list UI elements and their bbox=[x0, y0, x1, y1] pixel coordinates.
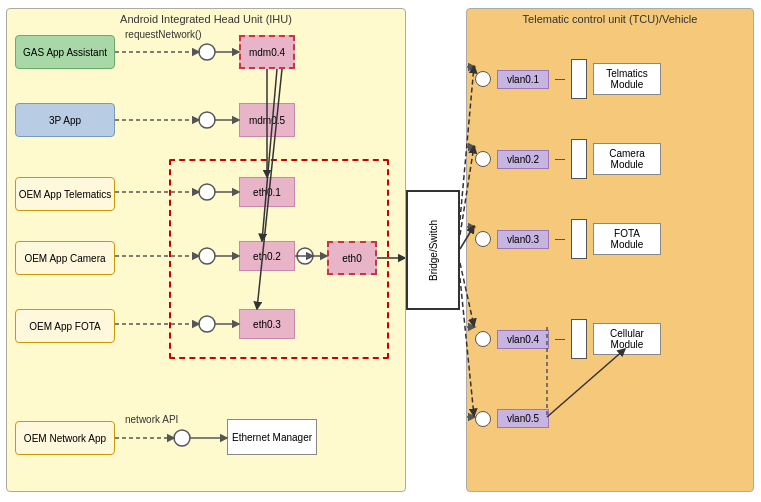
oem-telematics-box: OEM App Telematics bbox=[15, 177, 115, 211]
svg-point-0 bbox=[199, 44, 215, 60]
eth01-label: eth0.1 bbox=[253, 187, 281, 198]
svg-line-32 bbox=[547, 349, 625, 417]
vlan02-box: vlan0.2 bbox=[497, 150, 549, 169]
vlan02-row: vlan0.2 Camera Module bbox=[475, 139, 661, 179]
mdm05-box: mdm0.5 bbox=[239, 103, 295, 137]
camera-module-box: Camera Module bbox=[593, 143, 661, 175]
eth03-label: eth0.3 bbox=[253, 319, 281, 330]
eth02-label: eth0.2 bbox=[253, 251, 281, 262]
mdm04-box: mdm0.4 bbox=[239, 35, 295, 69]
vlan01-row: vlan0.1 Telmatics Module bbox=[475, 59, 661, 99]
vlan03-row: vlan0.3 FOTA Module bbox=[475, 219, 661, 259]
eth-manager-box: Ethernet Manager bbox=[227, 419, 317, 455]
svg-point-6 bbox=[174, 430, 190, 446]
bridge-switch-box: Bridge/Switch bbox=[406, 190, 460, 310]
fota-module-box: FOTA Module bbox=[593, 223, 661, 255]
svg-line-23 bbox=[262, 69, 277, 241]
oem-camera-label: OEM App Camera bbox=[24, 253, 105, 264]
oem-network-label: OEM Network App bbox=[24, 433, 106, 444]
oem-fota-box: OEM App FOTA bbox=[15, 309, 115, 343]
vlan03-box: vlan0.3 bbox=[497, 230, 549, 249]
vlan05-box: vlan0.5 bbox=[497, 409, 549, 428]
3p-app-box: 3P App bbox=[15, 103, 115, 137]
ihu-title: Android Integrated Head Unit (IHU) bbox=[120, 13, 292, 25]
diagram: Android Integrated Head Unit (IHU) GAS A… bbox=[0, 0, 761, 502]
telmatics-module-box: Telmatics Module bbox=[593, 63, 661, 95]
svg-point-3 bbox=[199, 248, 215, 264]
tcu-panel: Telematic control unit (TCU)/Vehicle vla… bbox=[466, 8, 754, 492]
eth0-box: eth0 bbox=[327, 241, 377, 275]
eth0-label: eth0 bbox=[342, 253, 361, 264]
mdm04-label: mdm0.4 bbox=[249, 47, 285, 58]
bridge-label: Bridge/Switch bbox=[428, 219, 439, 280]
eth02-box: eth0.2 bbox=[239, 241, 295, 271]
gas-app-box: GAS App Assistant bbox=[15, 35, 115, 69]
eth03-box: eth0.3 bbox=[239, 309, 295, 339]
vlan01-box: vlan0.1 bbox=[497, 70, 549, 89]
tcu-title: Telematic control unit (TCU)/Vehicle bbox=[523, 13, 698, 25]
network-api-label: network API bbox=[125, 414, 178, 425]
oem-telematics-label: OEM App Telematics bbox=[19, 189, 112, 200]
svg-point-1 bbox=[199, 112, 215, 128]
vlan05-row: vlan0.5 bbox=[475, 409, 549, 428]
vlan04-box: vlan0.4 bbox=[497, 330, 549, 349]
oem-fota-label: OEM App FOTA bbox=[29, 321, 101, 332]
mdm05-label: mdm0.5 bbox=[249, 115, 285, 126]
eth01-box: eth0.1 bbox=[239, 177, 295, 207]
oem-network-box: OEM Network App bbox=[15, 421, 115, 455]
ihu-panel: Android Integrated Head Unit (IHU) GAS A… bbox=[6, 8, 406, 492]
svg-point-5 bbox=[297, 248, 313, 264]
gas-app-label: GAS App Assistant bbox=[23, 47, 107, 58]
svg-point-2 bbox=[199, 184, 215, 200]
request-network-label: requestNetwork() bbox=[125, 29, 202, 40]
3p-app-label: 3P App bbox=[49, 115, 81, 126]
vlan04-row: vlan0.4 Cellular Module bbox=[475, 319, 661, 359]
cellular-module-box: Cellular Module bbox=[593, 323, 661, 355]
oem-camera-box: OEM App Camera bbox=[15, 241, 115, 275]
svg-point-4 bbox=[199, 316, 215, 332]
eth-manager-label: Ethernet Manager bbox=[232, 432, 312, 443]
